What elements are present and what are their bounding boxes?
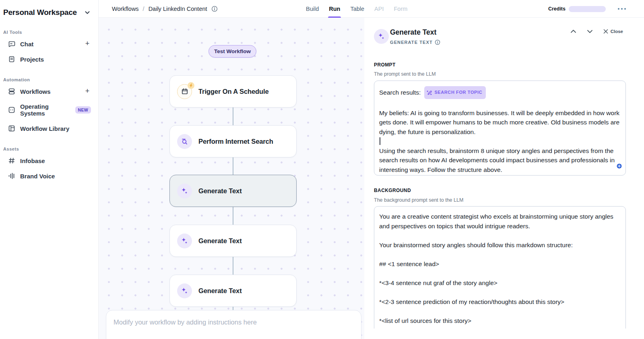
tab-table[interactable]: Table xyxy=(349,0,365,18)
prompt-paragraph: Using the search results, brainstorm 8 u… xyxy=(379,146,621,175)
sidebar-item-label: Projects xyxy=(20,56,44,63)
sidebar-item-label: Workflows xyxy=(20,88,51,95)
sidebar-item-chat[interactable]: Chat + xyxy=(3,36,93,52)
chevron-down-icon xyxy=(84,9,91,16)
sidebar-item-label: Operating Systems xyxy=(20,103,67,117)
node-title: Generate Text xyxy=(198,287,242,295)
node-perform-internet-search[interactable]: Perform Internet Search xyxy=(169,125,297,157)
top-bar: Workflows / Daily LinkedIn Content Build… xyxy=(99,0,644,18)
grammar-check-icon[interactable] xyxy=(617,162,622,172)
background-text: You are a creative content strategist wh… xyxy=(379,212,621,325)
sidebar-item-label: Chat xyxy=(20,41,33,48)
tab-run[interactable]: Run xyxy=(328,0,341,18)
os-window-icon xyxy=(8,106,15,114)
close-icon xyxy=(603,29,608,34)
test-workflow-button[interactable]: Test Workflow xyxy=(208,45,256,58)
node-title: Generate Text xyxy=(198,237,242,245)
workflow-canvas[interactable]: Test Workflow Trigger On A Schedule xyxy=(99,18,364,339)
background-heading: BACKGROUND xyxy=(374,188,411,193)
panel-title: Generate Text xyxy=(390,28,436,37)
edge-connector xyxy=(233,207,233,225)
prompt-editor[interactable]: Search results: SEARCH FOR TOPIC My beli… xyxy=(374,81,626,176)
tab-api[interactable]: API xyxy=(374,0,384,18)
breadcrumb-separator: / xyxy=(143,6,144,12)
document-icon xyxy=(8,56,15,63)
search-for-topic-chip[interactable]: SEARCH FOR TOPIC xyxy=(424,86,486,99)
node-generate-text-2[interactable]: Generate Text xyxy=(169,225,297,257)
tab-build[interactable]: Build xyxy=(305,0,320,18)
pen-sparkle-icon xyxy=(427,90,432,95)
chat-icon xyxy=(8,40,15,48)
breadcrumb-current: Daily LinkedIn Content xyxy=(149,6,207,12)
waveform-icon xyxy=(8,172,15,180)
panel-node-type: GENERATE TEXT xyxy=(390,39,440,45)
node-trigger-on-a-schedule[interactable]: Trigger On A Schedule xyxy=(169,75,297,107)
sidebar-item-brand-voice[interactable]: Brand Voice xyxy=(3,168,93,184)
workspace-name: Personal Workspace xyxy=(3,8,77,17)
section-title-automation: Automation xyxy=(3,77,93,82)
sparkles-icon xyxy=(177,283,192,298)
sparkles-icon xyxy=(177,234,192,248)
sidebar-item-infobase[interactable]: Infobase xyxy=(3,153,93,168)
edge-connector xyxy=(233,257,233,275)
background-editor[interactable]: You are a creative content strategist wh… xyxy=(374,206,626,339)
sparkles-icon xyxy=(177,184,192,198)
workflow-instructions-input[interactable] xyxy=(106,310,361,339)
node-detail-panel: Generate Text GENERATE TEXT xyxy=(364,18,644,339)
panel-node-type-label: GENERATE TEXT xyxy=(390,40,433,45)
edge-connector xyxy=(233,107,233,125)
prompt-description: The prompt sent to the LLM xyxy=(374,71,436,77)
sidebar-item-label: Infobase xyxy=(20,157,45,164)
sidebar-item-operating-systems[interactable]: Operating Systems NEW xyxy=(3,99,93,121)
sparkles-icon xyxy=(374,29,389,44)
new-badge: NEW xyxy=(75,106,91,114)
workflow-icon xyxy=(8,88,15,95)
breadcrumb-workflows[interactable]: Workflows xyxy=(112,6,139,12)
credits-label: Credits xyxy=(548,6,566,12)
prompt-paragraph: My beliefs: AI is going to transform bus… xyxy=(379,108,621,137)
next-node-button[interactable] xyxy=(587,29,593,34)
sidebar-item-workflows[interactable]: Workflows + xyxy=(3,84,93,99)
close-label: Close xyxy=(611,29,623,34)
more-options-icon[interactable] xyxy=(618,0,626,18)
node-title: Perform Internet Search xyxy=(198,138,273,145)
breadcrumb: Workflows / Daily LinkedIn Content xyxy=(112,0,218,18)
add-workflow-button[interactable]: + xyxy=(84,88,91,95)
node-title: Trigger On A Schedule xyxy=(198,88,269,95)
view-tabs: Build Run Table API Form xyxy=(305,0,408,18)
app-window: Personal Workspace AI Tools Chat + Proje… xyxy=(0,0,644,339)
credits-display[interactable]: Credits xyxy=(548,0,606,18)
credits-amount-blurred xyxy=(569,6,606,12)
hash-icon xyxy=(8,157,15,164)
info-icon[interactable] xyxy=(211,6,218,12)
node-generate-text-selected[interactable]: Generate Text xyxy=(169,175,297,207)
chip-label: SEARCH FOR TOPIC xyxy=(434,88,482,97)
sidebar: Personal Workspace AI Tools Chat + Proje… xyxy=(0,0,99,339)
edge-connector xyxy=(233,157,233,175)
internet-search-icon xyxy=(177,134,192,149)
background-description: The background prompt sent to the LLM xyxy=(374,197,463,203)
node-title: Generate Text xyxy=(198,187,242,195)
panel-bottom-fade xyxy=(364,329,644,339)
sidebar-item-label: Brand Voice xyxy=(20,173,55,180)
section-title-ai-tools: AI Tools xyxy=(3,30,93,35)
text-cursor xyxy=(379,136,621,146)
calendar-trigger-icon xyxy=(177,84,192,99)
workspace-switcher[interactable]: Personal Workspace xyxy=(3,6,93,19)
node-generate-text-3[interactable]: Generate Text xyxy=(169,275,297,307)
sidebar-item-projects[interactable]: Projects xyxy=(3,52,93,67)
section-title-assets: Assets xyxy=(3,147,93,151)
previous-node-button[interactable] xyxy=(570,29,576,34)
lightning-icon xyxy=(188,82,194,89)
library-layout-icon xyxy=(8,125,15,132)
sidebar-item-workflow-library[interactable]: Workflow Library xyxy=(3,121,93,136)
prompt-inline-label: Search results: xyxy=(379,88,421,97)
info-icon[interactable] xyxy=(435,39,440,45)
tab-form[interactable]: Form xyxy=(393,0,408,18)
add-chat-button[interactable]: + xyxy=(84,40,91,48)
close-panel-button[interactable]: Close xyxy=(603,29,623,34)
sidebar-item-label: Workflow Library xyxy=(20,125,69,132)
prompt-heading: PROMPT xyxy=(374,62,396,68)
